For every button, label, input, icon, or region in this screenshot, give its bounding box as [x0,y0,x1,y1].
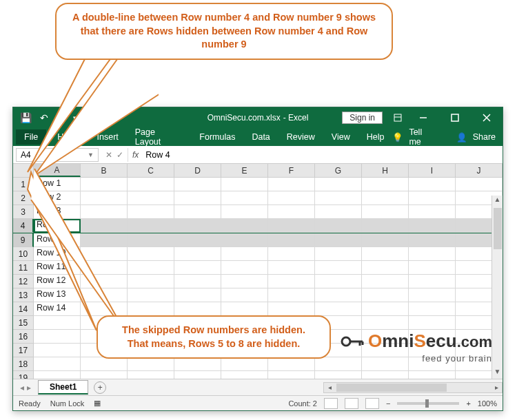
row-header[interactable]: 3 [13,205,34,219]
scroll-left-icon[interactable]: ◂ [324,384,335,391]
cell[interactable] [315,233,362,247]
cell[interactable] [268,275,315,288]
cell[interactable] [221,357,268,371]
column-header-J[interactable]: J [456,164,503,177]
column-header-E[interactable]: E [221,164,268,177]
redo-icon[interactable]: ↷ [57,112,65,123]
cell[interactable] [174,178,221,191]
sheet-tab-active[interactable]: Sheet1 [38,380,88,395]
cell[interactable] [315,178,362,191]
cell[interactable] [221,178,268,191]
cell[interactable] [409,275,456,288]
cell[interactable] [221,371,268,379]
column-header-I[interactable]: I [409,164,456,177]
tab-formulas[interactable]: Formulas [191,129,243,145]
row-header[interactable]: 16 [13,330,34,344]
row-header[interactable]: 19 [13,371,34,379]
row-header[interactable]: 14 [13,302,34,316]
cell[interactable] [174,219,221,233]
cell[interactable] [34,357,81,371]
cell[interactable] [174,302,221,316]
cell[interactable] [128,219,174,233]
cell[interactable] [362,275,409,288]
cell[interactable]: Row 11 [34,261,81,275]
cell[interactable] [409,247,456,261]
cell[interactable] [268,219,315,233]
cell[interactable] [128,275,174,288]
view-normal-icon[interactable] [324,398,338,409]
save-icon[interactable]: 💾 [20,112,32,123]
ribbon-display-options-icon[interactable] [388,107,407,128]
cell[interactable] [315,205,362,219]
cell[interactable] [315,261,362,275]
cell[interactable] [315,371,362,379]
tab-home[interactable]: Home [49,129,88,145]
cell[interactable] [221,191,268,205]
cell[interactable] [315,219,362,233]
cell[interactable]: Row 4 [34,219,81,233]
row-header[interactable]: 10 [13,247,34,261]
cell[interactable] [362,261,409,275]
enter-formula-icon[interactable]: ✓ [116,150,123,160]
cell[interactable] [409,316,456,330]
cell[interactable] [81,233,128,247]
tell-me-icon[interactable]: 💡 [392,132,403,143]
cell[interactable] [174,275,221,288]
cell[interactable] [174,233,221,247]
sign-in-button[interactable]: Sign in [342,112,383,124]
zoom-out-icon[interactable]: − [386,399,390,408]
cell[interactable] [315,275,362,288]
vscroll-thumb[interactable] [494,208,502,249]
cell[interactable] [81,371,128,379]
cell[interactable] [128,357,174,371]
cell[interactable]: Row 3 [34,205,81,219]
tab-file[interactable]: File [16,129,46,145]
cell[interactable] [221,247,268,261]
cell[interactable]: Row 9 [34,233,81,247]
row-header[interactable]: 12 [13,275,34,288]
row-header[interactable]: 2 [13,191,34,205]
cell[interactable]: Row 12 [34,275,81,288]
cell[interactable] [128,247,174,261]
column-header-D[interactable]: D [174,164,221,177]
tell-me-label[interactable]: Tell me [409,127,436,147]
cell[interactable] [81,357,128,371]
cell[interactable] [362,219,409,233]
cell[interactable] [128,178,174,191]
row-header[interactable]: 15 [13,316,34,330]
new-sheet-button[interactable]: + [94,381,106,394]
cell[interactable] [174,371,221,379]
tab-review[interactable]: Review [278,129,323,145]
cell[interactable]: Row 13 [34,288,81,302]
horizontal-scrollbar[interactable]: ◂ ▸ [323,382,503,393]
formula-input[interactable]: Row 4 [143,150,503,160]
zoom-slider[interactable] [397,402,459,405]
cell[interactable] [34,371,81,379]
undo-icon[interactable]: ↶ [40,112,48,123]
cell[interactable] [34,330,81,344]
name-box[interactable]: A4 ▼ [16,148,99,162]
cell[interactable] [221,233,268,247]
column-header-A[interactable]: A [34,164,81,177]
cell[interactable] [362,178,409,191]
cell[interactable] [315,247,362,261]
row-header[interactable]: 18 [13,357,34,371]
cell[interactable] [362,205,409,219]
vertical-scrollbar[interactable]: ▲ ▼ [491,196,503,379]
cancel-formula-icon[interactable]: ✕ [105,150,112,160]
zoom-level[interactable]: 100% [478,399,497,408]
cell[interactable] [362,233,409,247]
cell[interactable] [409,191,456,205]
sheet-nav-next-icon[interactable]: ▸ [27,383,31,392]
cell[interactable] [221,288,268,302]
cell[interactable] [268,288,315,302]
sheet-nav-prev-icon[interactable]: ◂ [20,383,24,392]
cell[interactable]: Row 2 [34,191,81,205]
cell[interactable] [315,302,362,316]
cell[interactable] [268,247,315,261]
cell[interactable] [81,275,128,288]
cell[interactable] [268,233,315,247]
cell[interactable] [409,233,456,247]
cell[interactable] [174,247,221,261]
cell[interactable] [362,316,409,330]
